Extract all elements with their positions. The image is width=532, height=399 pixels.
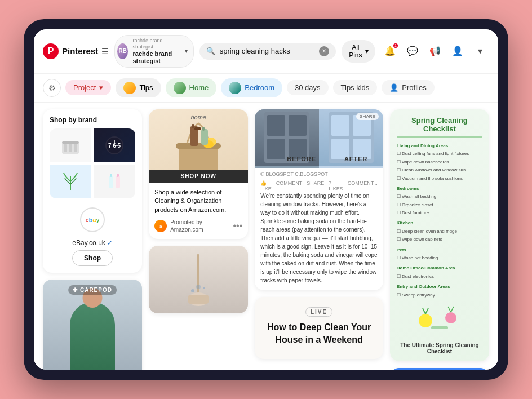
settings-icon: ⚙: [48, 83, 56, 92]
window-card-reactions: 👍 LIKE COMMENT SHARE 7 LIKES COMMENT...: [260, 180, 378, 192]
window-cleaning-card[interactable]: BEFORE: [255, 109, 383, 290]
svg-point-29: [196, 285, 201, 289]
logo-area[interactable]: P Pinterest ☰: [43, 43, 109, 59]
header: P Pinterest ☰ RB rachde brand strategist…: [34, 29, 498, 74]
chip-bedroom[interactable]: Bedroom: [221, 78, 282, 97]
before-label: BEFORE: [287, 156, 316, 162]
share-badge[interactable]: SHARE: [356, 113, 379, 120]
amazon-avatar-icon: a: [154, 220, 167, 232]
search-bar: 🔍 ✕: [200, 43, 336, 60]
ebay-logo-icon: ebay: [80, 207, 105, 232]
svg-rect-36: [331, 115, 349, 136]
window-card-text: We're constantly spending plenty of time…: [260, 192, 378, 285]
comment-count: COMMENT...: [348, 180, 378, 192]
svg-rect-19: [194, 127, 201, 130]
account-switcher[interactable]: RB rachde brand strategist rachde brand …: [114, 35, 193, 68]
svg-rect-26: [188, 295, 209, 304]
chip-avatar-icon: [229, 82, 241, 94]
comment-button[interactable]: COMMENT: [276, 180, 303, 192]
brand-name: eBay.co.uk ✓: [50, 239, 135, 247]
person-figure: [70, 302, 115, 370]
column-1: Shop by brand 7 6 5: [43, 109, 142, 370]
mop-pin-card[interactable]: [149, 246, 248, 313]
svg-rect-14: [117, 174, 119, 177]
chip-30days[interactable]: 30 days: [287, 80, 329, 95]
checklist-items: Living and Dining Areas ☐ Dust ceiling f…: [397, 142, 482, 299]
amazon-pin-card[interactable]: home: [149, 109, 248, 239]
filter-settings-button[interactable]: ⚙: [43, 79, 61, 97]
notification-bell-button[interactable]: 🔔 1: [381, 42, 399, 60]
chip-tips-kids[interactable]: Tips kids: [333, 80, 378, 95]
shop-by-brand-title: Shop by brand: [50, 116, 135, 124]
laundry-pin-card[interactable]: 3 reasons to choose all* free clear laun…: [390, 368, 489, 370]
svg-rect-11: [109, 176, 113, 188]
account-name: rachde brand strategist: [132, 50, 180, 65]
amazon-home-label: home: [190, 114, 206, 121]
window-card-body: © BLOGSPOT C.BLOGSPOT 👍 LIKE COMMENT SHA…: [255, 166, 383, 290]
svg-rect-18: [192, 124, 194, 128]
svg-rect-1: [64, 144, 67, 152]
mop-image: [149, 246, 248, 313]
share-button[interactable]: SHARE: [307, 180, 324, 192]
account-label: rachde brand strategist: [132, 38, 180, 50]
svg-rect-3: [74, 144, 77, 152]
search-clear-button[interactable]: ✕: [319, 46, 329, 56]
chat-button[interactable]: 💬: [404, 42, 422, 60]
header-icons: 🔔 1 💬 📢 👤 ▾: [381, 42, 489, 60]
like-count: 7 LIKES: [329, 180, 343, 192]
avatar: RB: [117, 43, 128, 59]
notification-badge: 1: [393, 43, 398, 48]
hamburger-icon[interactable]: ☰: [101, 47, 109, 56]
promoted-label: Promoted by: [170, 219, 203, 226]
shop-by-brand-card[interactable]: Shop by brand 7 6 5: [43, 109, 142, 273]
chip-label: Project: [73, 83, 96, 92]
svg-point-40: [419, 314, 432, 327]
column-4: Spring Cleaning Checklist Living and Din…: [390, 109, 489, 370]
deep-clean-card[interactable]: LIVE How to Deep Clean Your House in a W…: [255, 297, 383, 359]
after-label: AFTER: [344, 156, 368, 162]
brand-item-palms: [50, 165, 91, 198]
chip-profiles[interactable]: 👤 Profiles: [382, 80, 434, 95]
chip-home[interactable]: Home: [166, 78, 217, 97]
chip-avatar-icon: [123, 82, 136, 94]
chevron-down-icon: ▾: [99, 83, 103, 92]
pinterest-logo-icon: P: [43, 43, 59, 59]
chip-project[interactable]: Project ▾: [65, 80, 111, 95]
svg-rect-42: [431, 326, 448, 329]
chip-label: Home: [189, 83, 209, 92]
svg-rect-32: [289, 115, 307, 136]
chip-avatar-icon: [174, 82, 186, 94]
all-pins-button[interactable]: All Pins ▾: [342, 40, 375, 63]
user-profile-button[interactable]: 👤: [449, 42, 467, 60]
brand-item-bottles: [94, 165, 135, 198]
filter-bar: ⚙ Project ▾ Tips Home Bedroom 30 days: [34, 74, 498, 103]
person-icon: 👤: [389, 83, 398, 92]
shop-now-bar: SHOP NOW: [149, 170, 248, 183]
amazon-card-title: Shop a wide selection of Cleaning & Orga…: [154, 188, 242, 214]
svg-point-27: [191, 289, 194, 292]
svg-rect-13: [110, 174, 112, 177]
shop-button[interactable]: Shop: [72, 250, 113, 266]
svg-rect-22: [201, 129, 208, 145]
app-name: Pinterest: [62, 46, 98, 56]
spring-checklist-card[interactable]: Spring Cleaning Checklist Living and Din…: [390, 109, 489, 361]
megaphone-button[interactable]: 📢: [426, 42, 444, 60]
brand-item-clock: 7 6 5: [94, 128, 135, 162]
window-card-source: © BLOGSPOT C.BLOGSPOT: [260, 171, 378, 177]
search-input[interactable]: [220, 47, 314, 55]
carepod-pin-card[interactable]: ✚ CAREPOD: [43, 280, 142, 370]
column-2: home: [149, 109, 248, 313]
brand-items-grid: 7 6 5: [50, 128, 135, 198]
checklist-footer: The Ultimate Spring Cleaning Checklist: [397, 342, 482, 354]
chip-label: Tips kids: [341, 83, 370, 92]
chip-tips[interactable]: Tips: [116, 78, 161, 97]
tablet-frame: P Pinterest ☰ RB rachde brand strategist…: [24, 19, 508, 380]
more-options-button[interactable]: •••: [233, 221, 242, 231]
like-button[interactable]: 👍 LIKE: [260, 180, 272, 192]
more-options-button[interactable]: ▾: [471, 42, 489, 60]
svg-rect-15: [179, 146, 218, 171]
checklist-title: Spring Cleaning Checklist: [397, 116, 482, 133]
chip-label: Bedroom: [245, 83, 274, 92]
svg-point-28: [203, 287, 205, 289]
svg-point-41: [445, 312, 456, 323]
